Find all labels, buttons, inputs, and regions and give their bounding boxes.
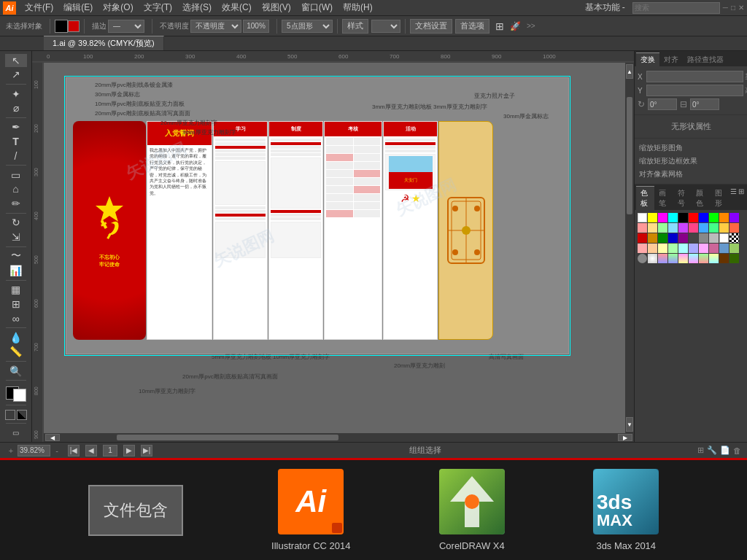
tab-brushes[interactable]: 画笔 xyxy=(654,186,673,210)
swatch-cyan[interactable] xyxy=(668,213,678,222)
swatch-gradient-6[interactable] xyxy=(709,254,719,263)
swatch-green-light[interactable] xyxy=(658,223,667,233)
status-icon-4[interactable]: 🗑 xyxy=(733,446,741,455)
last-page-btn[interactable]: ▶| xyxy=(141,445,152,456)
stroke-none-icon[interactable] xyxy=(17,410,27,420)
document-tab[interactable]: 1.ai @ 39.82% (CMYK/预览) xyxy=(44,36,164,50)
swatch-brown[interactable] xyxy=(719,254,729,263)
coreldraw-icon[interactable] xyxy=(439,469,505,534)
status-icon-3[interactable]: 📄 xyxy=(720,446,730,455)
effect-align-grid[interactable]: 对齐像素网格 xyxy=(635,168,747,181)
scroll-right-btn[interactable]: ▶ xyxy=(618,434,632,441)
zoom-level-input[interactable]: 39.82% xyxy=(18,445,50,456)
zoom-out-status-btn[interactable]: - xyxy=(52,446,62,456)
swatch-dark-purple[interactable] xyxy=(678,233,688,243)
x-input[interactable] xyxy=(646,71,743,82)
swatch-r5[interactable] xyxy=(678,244,688,253)
graph-tool[interactable]: 📊 xyxy=(5,264,27,277)
menu-object[interactable]: 对象(O) xyxy=(98,0,137,15)
opacity-input[interactable] xyxy=(243,20,269,33)
swatch-red[interactable] xyxy=(689,213,698,222)
restore-btn[interactable]: □ xyxy=(731,4,735,12)
fill-color[interactable] xyxy=(68,20,80,32)
search-input[interactable] xyxy=(632,2,720,14)
v-scrollbar[interactable]: ▲ ▼ xyxy=(625,63,634,433)
swatch-dark-green[interactable] xyxy=(658,233,667,243)
canvas-area[interactable]: 0 100 200 300 400 500 600 700 800 900 10… xyxy=(32,51,634,442)
direct-select-tool[interactable]: ↗ xyxy=(5,69,27,82)
swatch-gradient-2[interactable] xyxy=(668,254,678,263)
h-scroll-thumb[interactable] xyxy=(117,435,338,440)
tab-swatches[interactable]: 色板 xyxy=(636,186,654,210)
color-swatches[interactable] xyxy=(6,386,26,402)
status-icon-2[interactable]: 🔧 xyxy=(707,446,717,455)
swatch-rose[interactable] xyxy=(689,223,698,233)
swatch-orange[interactable] xyxy=(719,213,729,222)
swatch-dark-orange[interactable] xyxy=(648,233,657,243)
first-page-btn[interactable]: |◀ xyxy=(68,445,80,456)
brush-tool[interactable]: ⌂ xyxy=(5,183,27,196)
work-area[interactable]: 不忘初心牢记使命 入党誓词 我志愿加入中国共产党，拥护党的纲领，遵守党的章程，履… xyxy=(44,63,634,442)
style-select[interactable] xyxy=(371,20,400,33)
background-color[interactable] xyxy=(13,389,26,402)
style-btn[interactable]: 样式 xyxy=(342,19,368,34)
menu-view[interactable]: 视图(V) xyxy=(258,0,295,15)
shape-select[interactable]: 5点固形 xyxy=(282,20,333,33)
swatch-gradient-3[interactable] xyxy=(678,254,688,263)
change-screen-mode[interactable]: ▭ xyxy=(5,427,27,440)
swatch-blue-light[interactable] xyxy=(668,223,678,233)
swatch-r10[interactable] xyxy=(729,244,739,253)
swatch-light-gray[interactable] xyxy=(709,233,719,243)
swatch-yellow-light[interactable] xyxy=(648,223,657,233)
line-tool[interactable]: / xyxy=(5,149,27,163)
effect-scale-rect[interactable]: 缩放矩形图角 xyxy=(635,141,747,155)
swatch-gray[interactable] xyxy=(699,233,708,243)
swatch-coral[interactable] xyxy=(729,223,739,233)
pen-tool[interactable]: ✒ xyxy=(5,121,27,134)
doc-setup-btn[interactable]: 文档设置 xyxy=(410,19,452,34)
swatch-forest[interactable] xyxy=(729,254,739,263)
tab-colors[interactable]: 颜色 xyxy=(692,186,710,210)
swatch-black[interactable] xyxy=(678,213,688,222)
y-input[interactable] xyxy=(646,85,743,96)
3dsmax-icon[interactable]: 3ds MAX xyxy=(593,469,659,534)
swatch-white2[interactable] xyxy=(719,233,729,243)
swatch-r1[interactable] xyxy=(638,244,647,253)
arrange-icon[interactable]: ⊞ xyxy=(495,20,504,32)
minimize-btn[interactable]: ─ xyxy=(723,4,728,12)
swatch-r9[interactable] xyxy=(719,244,729,253)
menu-text[interactable]: 文字(T) xyxy=(139,0,177,15)
mesh-tool[interactable]: ⊞ xyxy=(5,298,27,311)
prefs-btn[interactable]: 首选项 xyxy=(455,19,489,34)
swatch-r6[interactable] xyxy=(689,244,698,253)
tab-symbols[interactable]: 符号 xyxy=(673,186,692,210)
tab-graphic[interactable]: 图形 xyxy=(711,186,729,210)
warp-tool[interactable]: 〜 xyxy=(5,249,27,262)
close-btn[interactable]: ✕ xyxy=(738,4,744,12)
swatch-r7[interactable] xyxy=(699,244,708,253)
swatch-sky[interactable] xyxy=(699,223,708,233)
menu-file[interactable]: 文件(F) xyxy=(20,0,58,15)
palette-list-icon[interactable]: ☰ xyxy=(730,187,737,209)
magic-wand-tool[interactable]: ✦ xyxy=(5,88,27,101)
scroll-left-btn[interactable]: ◀ xyxy=(45,434,60,441)
gradient-tool[interactable]: ▦ xyxy=(5,284,27,297)
scroll-down-btn[interactable]: ▼ xyxy=(626,417,633,432)
swatch-white[interactable] xyxy=(638,213,647,222)
scroll-up-btn[interactable]: ▲ xyxy=(626,64,633,79)
rotate-tool[interactable]: ↻ xyxy=(5,217,27,230)
blend-tool[interactable]: ∞ xyxy=(5,312,27,325)
tab-align[interactable]: 对齐 xyxy=(659,52,683,66)
lasso-tool[interactable]: ⌀ xyxy=(5,101,27,114)
swatch-yellow[interactable] xyxy=(648,213,657,222)
stroke-select[interactable]: — xyxy=(108,20,144,33)
zoom-in-status-btn[interactable]: + xyxy=(6,446,16,456)
page-number-input[interactable]: 1 xyxy=(103,445,117,456)
v-scroll-thumb[interactable] xyxy=(627,97,632,214)
fill-none-icon[interactable] xyxy=(5,410,15,420)
angle-input[interactable]: 0° xyxy=(648,98,677,110)
expand-toolbar-btn[interactable]: >> xyxy=(527,22,535,30)
zoom-tool[interactable]: 🔍 xyxy=(5,365,27,378)
swatch-blue[interactable] xyxy=(699,213,708,222)
palette-grid-icon[interactable]: ⊞ xyxy=(738,187,744,209)
